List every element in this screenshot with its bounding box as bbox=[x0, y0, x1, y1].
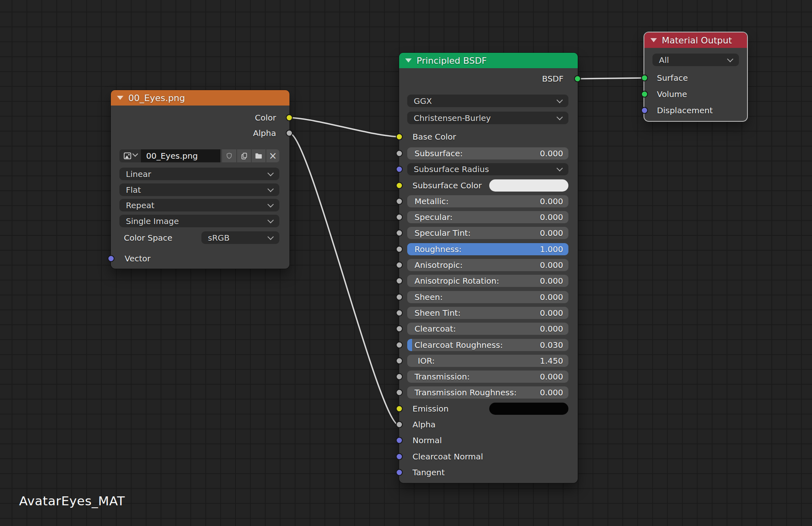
metallic-slider[interactable]: Metallic:0.000 bbox=[407, 195, 568, 207]
socket-vector-input[interactable] bbox=[108, 255, 114, 262]
folder-icon bbox=[255, 152, 263, 160]
specular-tint-slider[interactable]: Specular Tint:0.000 bbox=[407, 227, 568, 239]
socket-normal[interactable] bbox=[396, 437, 403, 444]
output-target-dropdown[interactable]: All bbox=[652, 54, 739, 66]
subsurface-method-value: Christensen-Burley bbox=[414, 113, 491, 123]
extension-dropdown[interactable]: Repeat bbox=[119, 199, 279, 211]
color-space-dropdown[interactable]: sRGB bbox=[201, 231, 279, 244]
anisotropic-rotation-slider[interactable]: Anisotropic Rotation:0.000 bbox=[407, 275, 568, 287]
socket-specular-tint[interactable] bbox=[396, 230, 403, 237]
input-row-transmission-roughness: Transmission Roughness:0.000 bbox=[407, 386, 568, 399]
socket-bsdf-output[interactable] bbox=[574, 75, 581, 82]
input-row-anisotropic-rotation: Anisotropic Rotation:0.000 bbox=[407, 275, 568, 287]
input-row-sheen: Sheen:0.000 bbox=[407, 291, 568, 303]
input-row-subsurface-color: Subsurface Color bbox=[407, 179, 568, 192]
socket-metallic[interactable] bbox=[396, 198, 403, 205]
input-row-vector: Vector bbox=[119, 252, 279, 265]
color-space-value: sRGB bbox=[208, 233, 230, 243]
socket-base-color[interactable] bbox=[396, 134, 403, 140]
output-label-alpha: Alpha bbox=[253, 128, 276, 138]
distribution-value: GGX bbox=[414, 96, 432, 106]
principled-bsdf-node[interactable]: Principled BSDF BSDF GGX Christensen-Bur… bbox=[399, 53, 578, 483]
socket-anisotropic[interactable] bbox=[396, 262, 403, 269]
input-row-clearcoat-normal: Clearcoat Normal bbox=[407, 451, 568, 463]
color-space-row: Color Space sRGB bbox=[119, 231, 279, 244]
input-row-alpha: Alpha bbox=[407, 418, 568, 431]
socket-anisotropic-rotation[interactable] bbox=[396, 278, 403, 285]
socket-sheen-tint[interactable] bbox=[396, 309, 403, 316]
input-row-subsurface-radius: Subsurface Radius bbox=[407, 163, 568, 175]
emission-color-swatch[interactable] bbox=[489, 403, 568, 415]
distribution-dropdown[interactable]: GGX bbox=[407, 95, 568, 107]
subsurface-slider[interactable]: Subsurface:0.000 bbox=[407, 147, 568, 160]
socket-surface[interactable] bbox=[641, 75, 648, 82]
transmission-roughness-slider[interactable]: Transmission Roughness:0.000 bbox=[407, 386, 568, 399]
socket-emission[interactable] bbox=[396, 405, 403, 412]
color-space-label: Color Space bbox=[119, 233, 173, 243]
socket-volume[interactable] bbox=[641, 91, 648, 98]
specular-slider[interactable]: Specular:0.000 bbox=[407, 211, 568, 223]
socket-transmission-roughness[interactable] bbox=[396, 389, 403, 396]
socket-clearcoat-normal[interactable] bbox=[396, 453, 403, 460]
image-node-header[interactable]: 00_Eyes.png bbox=[111, 90, 289, 106]
transmission-slider[interactable]: Transmission:0.000 bbox=[407, 371, 568, 383]
socket-roughness[interactable] bbox=[396, 246, 403, 252]
roughness-slider[interactable]: Roughness:1.000 bbox=[407, 243, 568, 255]
input-row-specular-tint: Specular Tint:0.000 bbox=[407, 227, 568, 239]
subsurface-color-swatch[interactable] bbox=[489, 179, 568, 192]
socket-sheen[interactable] bbox=[396, 293, 403, 300]
clearcoat-slider[interactable]: Clearcoat:0.000 bbox=[407, 323, 568, 335]
collapse-triangle-icon[interactable] bbox=[650, 38, 657, 42]
subsurface-radius-dropdown[interactable]: Subsurface Radius bbox=[407, 163, 568, 175]
socket-image-alpha-output[interactable] bbox=[286, 130, 293, 137]
anisotropic-slider[interactable]: Anisotropic:0.000 bbox=[407, 259, 568, 271]
socket-alpha-input[interactable] bbox=[396, 421, 403, 428]
subsurface-method-dropdown[interactable]: Christensen-Burley bbox=[407, 112, 568, 124]
bsdf-node-title: Principled BSDF bbox=[417, 56, 487, 66]
duplicate-datablock-button[interactable] bbox=[237, 149, 251, 162]
socket-clearcoat[interactable] bbox=[396, 326, 403, 332]
source-dropdown[interactable]: Single Image bbox=[119, 215, 279, 227]
unlink-x-icon: × bbox=[269, 151, 277, 161]
input-row-clearcoat-roughness: Clearcoat Roughness:0.030 bbox=[407, 339, 568, 351]
output-row-bsdf: BSDF bbox=[407, 73, 568, 85]
projection-value: Flat bbox=[126, 185, 141, 195]
extension-value: Repeat bbox=[126, 200, 154, 210]
socket-image-color-output[interactable] bbox=[286, 114, 293, 121]
image-browse-button[interactable] bbox=[119, 149, 141, 162]
collapse-triangle-icon[interactable] bbox=[117, 96, 123, 100]
output-row-alpha: Alpha bbox=[119, 127, 279, 139]
output-row-color: Color bbox=[119, 112, 279, 124]
socket-transmission[interactable] bbox=[396, 373, 403, 380]
projection-dropdown[interactable]: Flat bbox=[119, 183, 279, 196]
fake-user-button[interactable] bbox=[222, 149, 236, 162]
input-row-transmission: Transmission:0.000 bbox=[407, 371, 568, 383]
chevron-down-icon bbox=[132, 151, 138, 157]
image-name-field[interactable]: 00_Eyes.png bbox=[141, 149, 220, 162]
material-name-label: AvatarEyes_MAT bbox=[19, 494, 125, 508]
socket-subsurface-radius[interactable] bbox=[396, 166, 403, 173]
input-row-metallic: Metallic:0.000 bbox=[407, 195, 568, 207]
sheen-slider[interactable]: Sheen:0.000 bbox=[407, 291, 568, 303]
input-row-roughness: Roughness:1.000 bbox=[407, 243, 568, 255]
socket-clearcoat-roughness[interactable] bbox=[396, 341, 403, 348]
socket-displacement[interactable] bbox=[641, 107, 648, 114]
input-row-volume: Volume bbox=[652, 88, 739, 100]
sheen-tint-slider[interactable]: Sheen Tint:0.000 bbox=[407, 307, 568, 319]
ior-slider[interactable]: IOR:1.450 bbox=[407, 355, 568, 367]
bsdf-node-header[interactable]: Principled BSDF bbox=[399, 53, 578, 68]
socket-tangent[interactable] bbox=[396, 469, 403, 476]
input-row-clearcoat: Clearcoat:0.000 bbox=[407, 323, 568, 335]
socket-subsurface-color[interactable] bbox=[396, 182, 403, 189]
interpolation-dropdown[interactable]: Linear bbox=[119, 168, 279, 180]
socket-subsurface[interactable] bbox=[396, 150, 403, 157]
open-image-button[interactable] bbox=[252, 149, 266, 162]
socket-ior[interactable] bbox=[396, 357, 403, 364]
image-texture-node[interactable]: 00_Eyes.png Color Alpha 00_Eyes.png bbox=[111, 90, 289, 269]
unlink-image-button[interactable]: × bbox=[266, 149, 279, 162]
material-output-node[interactable]: Material Output All Surface Volume Displ… bbox=[644, 32, 747, 121]
clearcoat-roughness-slider[interactable]: Clearcoat Roughness:0.030 bbox=[407, 339, 568, 351]
socket-specular[interactable] bbox=[396, 214, 403, 221]
output-node-header[interactable]: Material Output bbox=[644, 32, 747, 48]
collapse-triangle-icon[interactable] bbox=[405, 58, 412, 63]
